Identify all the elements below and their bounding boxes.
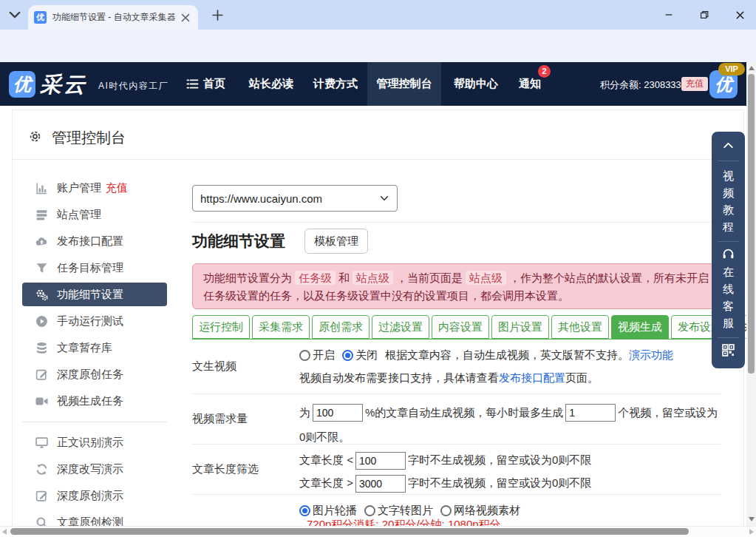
site-logo-text[interactable]: 采云 — [40, 70, 87, 100]
sidebar-item-sites[interactable]: 站点管理 — [22, 203, 167, 226]
filter-icon — [35, 262, 48, 274]
refresh-icon — [35, 463, 48, 476]
gears-icon — [35, 288, 48, 301]
sidebar-item-rewrite-demo[interactable]: 深度改写演示 — [22, 457, 167, 481]
chevron-up-icon[interactable] — [722, 139, 735, 152]
vertical-scrollbar-thumb[interactable] — [748, 74, 755, 374]
site-list-icon — [35, 209, 48, 221]
sidebar-item-task-targets[interactable]: 任务目标管理 — [22, 256, 167, 280]
headset-icon — [722, 248, 735, 260]
points-balance: 积分余额: 2308333 — [600, 78, 681, 92]
sidebar-item-deep-original-task[interactable]: 深度原创任务 — [22, 362, 167, 386]
max-length-input[interactable] — [355, 475, 406, 493]
video-percent-input[interactable] — [313, 404, 363, 422]
video-tutorial-link[interactable]: 视频教程 — [723, 167, 735, 235]
tab-video-generation-active[interactable]: 视频生成 — [611, 315, 669, 339]
qr-code-icon[interactable] — [722, 344, 735, 357]
radio-disable-checked[interactable] — [342, 350, 353, 361]
nav-item-must-read[interactable]: 站长必读 — [249, 62, 293, 106]
section-title: 功能细节设置 — [192, 231, 285, 251]
settings-form: 文生视频 开启 关闭 根据文章内容，自动生成视频，英文版暂不支持。 演示功能 视… — [192, 340, 721, 537]
tab-search-icon[interactable] — [7, 7, 22, 22]
browser-toolbar: ucaiyun.com/caiji/settings/ 井 — [0, 30, 756, 62]
sidebar-item-feature-settings[interactable]: 功能细节设置 — [22, 283, 167, 306]
content-divider — [192, 222, 721, 223]
publish-api-link[interactable]: 发布接口配置 — [499, 371, 565, 385]
tab-filter-settings[interactable]: 过滤设置 — [372, 315, 429, 339]
tab-collect-demand[interactable]: 采集需求 — [252, 315, 310, 339]
sidebar-divider — [22, 422, 167, 422]
scroll-right-arrow[interactable] — [749, 529, 754, 535]
menu-list-icon — [186, 78, 199, 90]
tab-run-control[interactable]: 运行控制 — [192, 315, 250, 339]
row-label: 文章长度筛选 — [192, 445, 299, 494]
tag-site-level: 站点级 — [353, 271, 393, 285]
nav-item-help[interactable]: 帮助中心 — [454, 62, 498, 106]
scroll-down-arrow[interactable] — [749, 517, 755, 521]
sidebar-item-article-staging[interactable]: 文章暂存库 — [22, 336, 167, 359]
form-row-article-length-filter: 文章长度筛选 文章长度 < 字时不生成视频，留空或设为0则不限 文章长度 > 字… — [192, 445, 721, 495]
bar-chart-icon — [35, 182, 48, 195]
video-camera-icon — [35, 395, 48, 408]
level-notice-box: 功能细节设置分为任务级和站点级，当前页面是站点级，作为整个站点的默认设置，所有未… — [192, 263, 721, 309]
sidebar-item-content-recognition-demo[interactable]: 正文识别演示 — [22, 430, 167, 454]
sidebar-item-publish-api[interactable]: 发布接口配置 — [22, 229, 167, 253]
window-restore-button[interactable] — [695, 7, 713, 22]
vip-badge: VIP — [718, 63, 745, 75]
sidebar-item-manual-test[interactable]: 手动运行测试 — [22, 309, 167, 333]
form-row-video-demand: 视频需求量 为%的文章自动生成视频，每小时最多生成个视频，留空或设为0则不限。 — [192, 394, 721, 445]
tab-content-settings[interactable]: 内容设置 — [432, 315, 489, 339]
window-minimize-button[interactable] — [660, 7, 678, 22]
page-title: 管理控制台 — [52, 128, 126, 148]
row-label: 文生视频 — [192, 340, 299, 394]
site-select-dropdown[interactable]: https://www.ucaiyun.com — [192, 185, 398, 212]
header-divider — [13, 159, 743, 160]
demo-feature-link[interactable]: 演示功能 — [629, 348, 673, 362]
tab-close-icon[interactable] — [180, 12, 191, 24]
sidebar-item-deep-original-demo[interactable]: 深度原创演示 — [22, 484, 167, 507]
min-length-input[interactable] — [355, 452, 406, 470]
scroll-left-arrow[interactable] — [2, 529, 7, 535]
nav-item-home[interactable]: 首页 — [186, 62, 225, 106]
tab-favicon: 优 — [34, 11, 47, 24]
edit-icon — [35, 368, 48, 381]
database-icon — [35, 342, 48, 354]
play-circle-icon — [35, 315, 48, 328]
radio-web-video-material[interactable] — [440, 505, 452, 516]
tab-original-demand[interactable]: 原创需求 — [312, 315, 370, 339]
videos-per-hour-input[interactable] — [565, 404, 616, 422]
settings-tab-bar: 运行控制 采集需求 原创需求 过滤设置 内容设置 图片设置 其他设置 视频生成 … — [192, 315, 721, 340]
sidebar-item-video-task[interactable]: 视频生成任务 — [22, 389, 167, 413]
new-tab-button[interactable] — [211, 9, 224, 21]
online-support-link[interactable]: 在线客服 — [723, 263, 735, 331]
sidebar-item-account[interactable]: 账户管理 充值 — [22, 176, 167, 200]
monitor-icon — [35, 436, 48, 449]
site-slogan: AI时代内容工厂 — [98, 80, 168, 92]
scroll-up-arrow[interactable] — [749, 66, 755, 70]
cloud-upload-icon — [35, 235, 48, 248]
browser-tab[interactable]: 优 功能细节设置 - 自动文章采集器 — [28, 5, 198, 30]
gear-icon — [27, 129, 43, 144]
recharge-button[interactable]: 充值 — [681, 77, 708, 91]
tab-title: 功能细节设置 - 自动文章采集器 — [52, 11, 177, 24]
sidebar-recharge-link[interactable]: 充值 — [106, 181, 128, 195]
radio-enable[interactable] — [299, 350, 310, 361]
radio-text-to-image[interactable] — [364, 505, 375, 516]
tab-image-settings[interactable]: 图片设置 — [491, 315, 549, 339]
site-logo-mark[interactable]: 优 — [9, 71, 35, 98]
edit-icon — [35, 490, 48, 502]
browser-titlebar: 优 功能细节设置 - 自动文章采集器 — [0, 0, 756, 30]
notification-badge: 2 — [538, 65, 551, 78]
radio-image-slideshow-checked[interactable] — [299, 505, 310, 516]
chevron-down-icon — [379, 193, 389, 203]
floating-help-widget: 视频教程 在线客服 — [712, 132, 745, 368]
browser-window: 优 功能细节设置 - 自动文章采集器 ucaiyun.com/caiji/set… — [0, 0, 756, 537]
form-row-text-to-video: 文生视频 开启 关闭 根据文章内容，自动生成视频，英文版暂不支持。 演示功能 视… — [192, 340, 721, 394]
template-manage-button[interactable]: 模板管理 — [304, 229, 368, 254]
row-label: 视频需求量 — [192, 394, 299, 444]
horizontal-scrollbar-thumb[interactable] — [10, 528, 689, 535]
nav-item-pricing[interactable]: 计费方式 — [313, 62, 358, 106]
window-close-button[interactable] — [731, 7, 749, 22]
tab-other-settings[interactable]: 其他设置 — [551, 315, 609, 339]
nav-item-console-active[interactable]: 管理控制台 — [367, 62, 441, 106]
